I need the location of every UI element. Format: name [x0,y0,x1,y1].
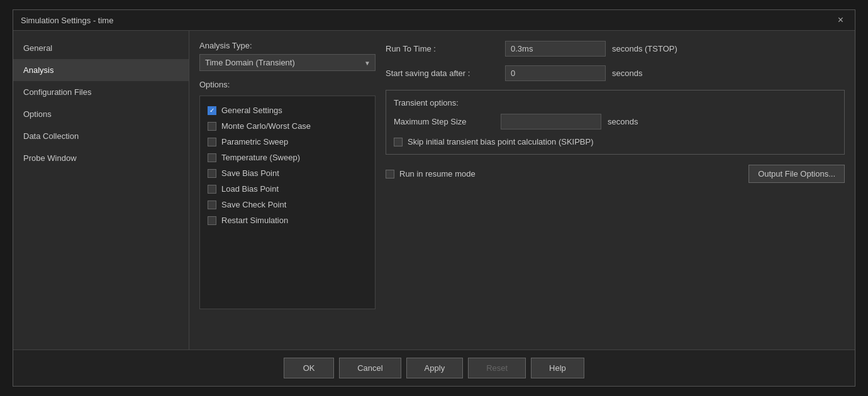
analysis-type-select[interactable]: Time Domain (Transient) [199,54,376,71]
start-saving-unit: seconds [612,69,642,78]
run-to-time-row: Run To Time : seconds (TSTOP) [386,41,845,57]
close-button[interactable]: × [834,14,847,26]
sidebar-item-probe-window[interactable]: Probe Window [13,147,189,169]
ok-button[interactable]: OK [284,358,334,378]
option-label-general-settings: General Settings [221,106,282,115]
transient-options-label: Transient options: [394,98,837,107]
sidebar-item-configuration-files[interactable]: Configuration Files [13,81,189,103]
start-saving-label: Start saving data after : [386,69,499,78]
options-list: General SettingsMonte Carlo/Worst CasePa… [199,96,376,309]
checkbox-monte-carlo[interactable] [208,122,216,131]
output-file-options-button[interactable]: Output File Options... [748,165,845,183]
resume-checkbox[interactable] [386,170,394,179]
option-item-restart-simulation[interactable]: Restart Simulation [205,212,370,228]
max-step-row: Maximum Step Size seconds [394,114,837,129]
run-to-time-label: Run To Time : [386,44,499,53]
option-label-monte-carlo: Monte Carlo/Worst Case [221,121,311,131]
main-content: Analysis Type: Time Domain (Transient) ▼… [189,31,855,349]
option-item-general-settings[interactable]: General Settings [205,102,370,118]
max-step-label: Maximum Step Size [394,117,494,126]
settings-panel: Run To Time : seconds (TSTOP) Start savi… [386,41,845,339]
option-label-save-bias-point: Save Bias Point [221,168,279,178]
option-item-monte-carlo[interactable]: Monte Carlo/Worst Case [205,118,370,134]
skipbp-label: Skip initial transient bias point calcul… [408,137,594,146]
option-label-parametric-sweep: Parametric Sweep [221,137,288,146]
reset-button[interactable]: Reset [468,358,526,378]
title-bar: Simulation Settings - time × [13,10,855,31]
cancel-button[interactable]: Cancel [339,358,401,378]
sidebar: GeneralAnalysisConfiguration FilesOption… [13,31,189,349]
option-item-temperature-sweep[interactable]: Temperature (Sweep) [205,150,370,165]
sidebar-item-general[interactable]: General [13,37,189,59]
transient-options-group: Transient options: Maximum Step Size sec… [386,90,845,155]
content-area: Analysis Type: Time Domain (Transient) ▼… [199,41,845,339]
skipbp-checkbox[interactable] [394,138,403,146]
resume-left: Run in resume mode [386,169,476,179]
start-saving-input[interactable] [505,65,606,81]
checkbox-save-check-point[interactable] [208,201,216,209]
checkbox-restart-simulation[interactable] [208,216,216,225]
skipbp-row: Skip initial transient bias point calcul… [394,137,837,146]
analysis-type-wrapper: Time Domain (Transient) ▼ [199,54,376,71]
sidebar-item-options[interactable]: Options [13,103,189,125]
dialog-body: GeneralAnalysisConfiguration FilesOption… [13,31,855,349]
option-label-load-bias-point: Load Bias Point [221,184,279,194]
option-label-save-check-point: Save Check Point [221,200,286,209]
option-item-save-check-point[interactable]: Save Check Point [205,197,370,212]
option-item-parametric-sweep[interactable]: Parametric Sweep [205,134,370,150]
simulation-settings-dialog: Simulation Settings - time × GeneralAnal… [13,9,855,387]
checkbox-load-bias-point[interactable] [208,185,216,194]
apply-button[interactable]: Apply [406,358,464,378]
dialog-title: Simulation Settings - time [21,16,113,25]
run-to-time-input[interactable] [505,41,606,57]
checkbox-general-settings[interactable] [208,106,216,115]
run-to-time-unit: seconds (TSTOP) [612,44,677,53]
dialog-footer: OK Cancel Apply Reset Help [13,349,855,386]
analysis-type-label: Analysis Type: [199,41,376,50]
help-button[interactable]: Help [531,358,584,378]
option-label-restart-simulation: Restart Simulation [221,216,288,225]
resume-row: Run in resume mode Output File Options..… [386,165,845,183]
option-item-load-bias-point[interactable]: Load Bias Point [205,181,370,197]
resume-label: Run in resume mode [399,169,476,179]
checkbox-parametric-sweep[interactable] [208,138,216,146]
sidebar-item-analysis[interactable]: Analysis [13,59,189,81]
start-saving-row: Start saving data after : seconds [386,65,845,81]
option-label-temperature-sweep: Temperature (Sweep) [221,153,300,162]
checkbox-temperature-sweep[interactable] [208,153,216,162]
sidebar-item-data-collection[interactable]: Data Collection [13,125,189,147]
option-item-save-bias-point[interactable]: Save Bias Point [205,165,370,181]
max-step-input[interactable] [501,114,601,129]
checkbox-save-bias-point[interactable] [208,169,216,178]
options-label: Options: [199,80,376,89]
max-step-unit: seconds [608,117,638,126]
analysis-panel: Analysis Type: Time Domain (Transient) ▼… [199,41,376,339]
